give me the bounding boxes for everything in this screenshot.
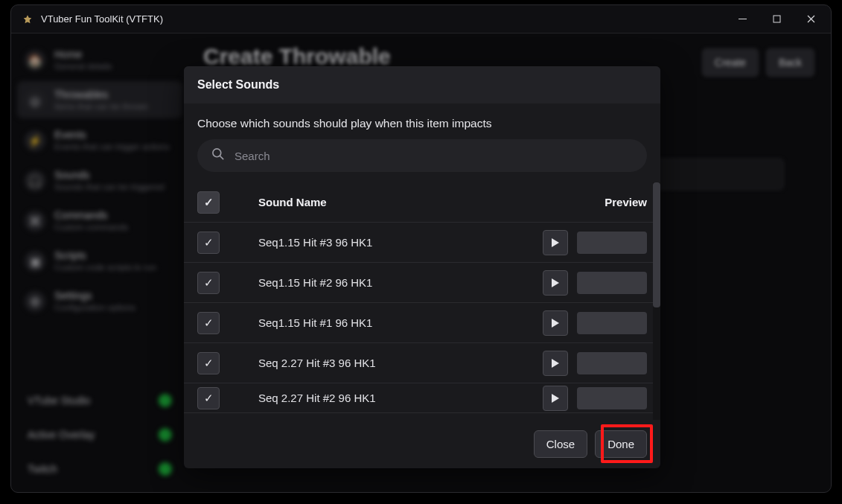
play-button[interactable] [543,270,568,296]
modal-title: Select Sounds [184,66,660,103]
done-button[interactable]: Done [595,430,647,458]
sound-name: Seq1.15 Hit #2 96 HK1 [235,276,513,289]
row-checkbox[interactable]: ✓ [197,312,220,334]
sound-row: ✓ Seq 2.27 Hit #2 96 HK1 [184,383,660,413]
play-button[interactable] [543,351,568,376]
volume-slider[interactable] [577,352,647,374]
content-area: 🏠 HomeGeneral details ◎ ThrowablesItems … [11,34,831,492]
close-button[interactable] [794,5,828,34]
row-checkbox[interactable]: ✓ [197,232,220,254]
sound-row: ✓ Seq1.15 Hit #1 96 HK1 [184,303,660,343]
search-icon [211,147,226,165]
list-header: ✓ Sound Name Preview [184,182,660,223]
column-header-preview: Preview [528,196,647,208]
row-checkbox[interactable]: ✓ [197,352,220,374]
sound-name: Seq 2.27 Hit #2 96 HK1 [235,392,513,404]
modal-description: Choose which sounds should play when thi… [184,103,660,139]
sound-row: ✓ Seq1.15 Hit #3 96 HK1 [184,223,660,263]
volume-slider[interactable] [577,387,647,409]
sound-name: Seq1.15 Hit #3 96 HK1 [235,236,513,249]
search-input-wrap[interactable] [197,139,647,172]
volume-slider[interactable] [577,312,647,334]
svg-rect-1 [774,16,780,22]
sound-row: ✓ Seq 2.27 Hit #3 96 HK1 [184,343,660,383]
select-all-checkbox[interactable]: ✓ [197,191,220,214]
sound-name: Seq1.15 Hit #1 96 HK1 [235,316,513,329]
close-modal-button[interactable]: Close [534,430,587,458]
window-controls [725,5,828,34]
titlebar: VTuber Fun ToolKit (VTFTK) [11,5,831,34]
search-input[interactable] [235,150,634,162]
modal-backdrop: Select Sounds Choose which sounds should… [11,34,831,492]
row-checkbox[interactable]: ✓ [197,272,220,294]
sound-name: Seq 2.27 Hit #3 96 HK1 [235,357,513,369]
modal-footer: Close Done [184,420,660,468]
play-button[interactable] [543,230,568,255]
column-header-name: Sound Name [235,196,513,208]
maximize-button[interactable] [759,5,794,34]
sound-row: ✓ Seq1.15 Hit #2 96 HK1 [184,263,660,303]
window-title: VTuber Fun ToolKit (VTFTK) [41,13,163,25]
app-window: VTuber Fun ToolKit (VTFTK) 🏠 HomeGeneral… [10,4,832,493]
sound-list: ✓ Sound Name Preview ✓ Seq1.15 Hit #3 96… [184,182,660,420]
scrollbar-thumb[interactable] [653,182,660,307]
play-button[interactable] [543,386,568,411]
volume-slider[interactable] [577,272,647,294]
titlebar-left: VTuber Fun ToolKit (VTFTK) [22,13,163,25]
select-sounds-modal: Select Sounds Choose which sounds should… [184,66,660,468]
row-checkbox[interactable]: ✓ [197,387,220,409]
app-icon [22,13,34,25]
minimize-button[interactable] [725,5,759,34]
svg-rect-0 [739,19,747,19]
play-button[interactable] [543,310,568,336]
volume-slider[interactable] [577,232,647,254]
